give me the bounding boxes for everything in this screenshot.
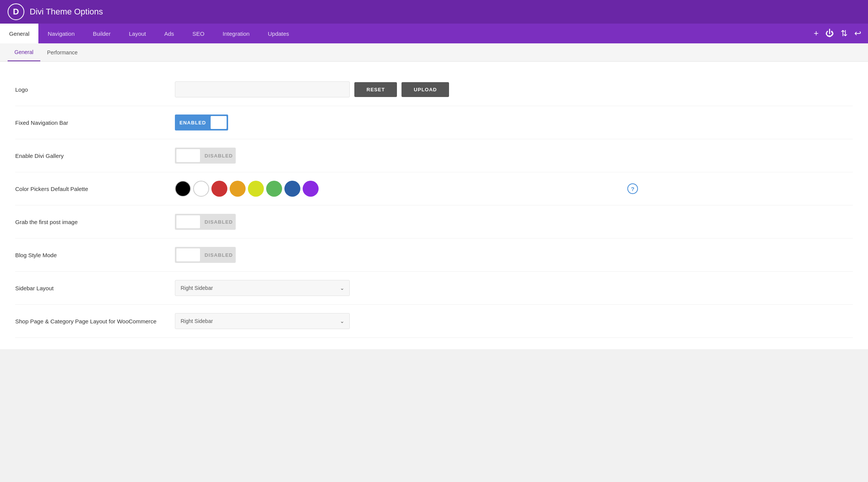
color-swatch-green[interactable] (266, 181, 282, 197)
upload-button[interactable]: UPLOAD (401, 82, 449, 97)
logo-control: RESET UPLOAD (175, 81, 853, 97)
divi-gallery-toggle-label: DISABLED (201, 153, 236, 159)
divi-gallery-control: DISABLED (175, 148, 853, 164)
sidebar-layout-label: Sidebar Layout (15, 285, 175, 291)
subtab-performance[interactable]: Performance (40, 43, 84, 61)
fixed-nav-setting-row: Fixed Navigation Bar ENABLED (15, 106, 853, 139)
toggle-thumb (176, 215, 200, 228)
toggle-thumb (176, 149, 200, 162)
color-palette-label: Color Pickers Default Palette (15, 186, 175, 192)
toggle-thumb (211, 116, 227, 129)
color-swatch-black[interactable] (175, 181, 191, 197)
first-post-image-setting-row: Grab the first post image DISABLED (15, 205, 853, 239)
fixed-nav-toggle[interactable]: ENABLED (175, 115, 228, 130)
tab-updates[interactable]: Updates (259, 24, 298, 43)
color-swatch-white[interactable] (193, 181, 209, 197)
tab-seo[interactable]: SEO (183, 24, 214, 43)
divi-gallery-toggle[interactable]: DISABLED (175, 148, 236, 164)
divi-gallery-label: Enable Divi Gallery (15, 153, 175, 159)
nav-action-icons: + ⏻ ⇅ ↩ (814, 24, 868, 43)
logo-label: Logo (15, 86, 175, 93)
reset-button[interactable]: RESET (354, 82, 397, 97)
color-palette-setting-row: Color Pickers Default Palette ? (15, 172, 853, 205)
fixed-nav-label: Fixed Navigation Bar (15, 119, 175, 126)
tab-builder[interactable]: Builder (84, 24, 120, 43)
app-title: Divi Theme Options (30, 7, 103, 17)
first-post-image-toggle[interactable]: DISABLED (175, 214, 236, 230)
divi-gallery-setting-row: Enable Divi Gallery DISABLED (15, 139, 853, 172)
shop-layout-select[interactable]: Right Sidebar Left Sidebar No Sidebar (175, 313, 350, 329)
logo-letter: D (13, 7, 19, 17)
color-swatch-purple[interactable] (303, 181, 319, 197)
power-icon[interactable]: ⏻ (825, 29, 834, 38)
tab-layout[interactable]: Layout (120, 24, 155, 43)
blog-style-toggle[interactable]: DISABLED (175, 247, 236, 263)
tab-general[interactable]: General (0, 24, 38, 43)
sidebar-layout-select[interactable]: Right Sidebar Left Sidebar No Sidebar (175, 280, 350, 296)
sidebar-layout-select-wrapper: Right Sidebar Left Sidebar No Sidebar ⌄ (175, 280, 350, 296)
add-icon[interactable]: + (814, 29, 819, 38)
first-post-image-toggle-label: DISABLED (201, 219, 236, 225)
color-swatch-yellow[interactable] (248, 181, 264, 197)
first-post-image-control: DISABLED (175, 214, 853, 230)
blog-style-label: Blog Style Mode (15, 252, 175, 258)
toggle-thumb (176, 248, 200, 261)
app-logo: D (8, 3, 24, 20)
sort-icon[interactable]: ⇅ (841, 29, 847, 38)
app-header: D Divi Theme Options (0, 0, 868, 24)
undo-icon[interactable]: ↩ (854, 29, 861, 38)
help-icon[interactable]: ? (627, 183, 638, 194)
sub-tabs: General Performance (0, 43, 868, 62)
color-swatch-blue[interactable] (284, 181, 300, 197)
tab-integration[interactable]: Integration (214, 24, 259, 43)
logo-input[interactable] (175, 81, 350, 97)
first-post-image-label: Grab the first post image (15, 219, 175, 225)
shop-layout-select-wrapper: Right Sidebar Left Sidebar No Sidebar ⌄ (175, 313, 350, 329)
shop-layout-setting-row: Shop Page & Category Page Layout for Woo… (15, 305, 853, 338)
color-swatch-red[interactable] (211, 181, 227, 197)
fixed-nav-control: ENABLED (175, 115, 853, 130)
color-swatch-orange[interactable] (230, 181, 246, 197)
tab-ads[interactable]: Ads (155, 24, 183, 43)
main-nav: General Navigation Builder Layout Ads SE… (0, 24, 868, 43)
shop-layout-control: Right Sidebar Left Sidebar No Sidebar ⌄ (175, 313, 853, 329)
color-swatches (175, 181, 319, 197)
sidebar-layout-setting-row: Sidebar Layout Right Sidebar Left Sideba… (15, 272, 853, 305)
content-area: Logo RESET UPLOAD Fixed Navigation Bar E… (0, 62, 868, 349)
tab-navigation[interactable]: Navigation (38, 24, 84, 43)
fixed-nav-toggle-label: ENABLED (176, 120, 210, 126)
shop-layout-label: Shop Page & Category Page Layout for Woo… (15, 318, 175, 325)
blog-style-setting-row: Blog Style Mode DISABLED (15, 239, 853, 272)
subtab-general[interactable]: General (8, 43, 40, 61)
blog-style-toggle-label: DISABLED (201, 252, 236, 258)
logo-setting-row: Logo RESET UPLOAD (15, 73, 853, 106)
sidebar-layout-control: Right Sidebar Left Sidebar No Sidebar ⌄ (175, 280, 853, 296)
blog-style-control: DISABLED (175, 247, 853, 263)
color-palette-control: ? (175, 181, 853, 197)
